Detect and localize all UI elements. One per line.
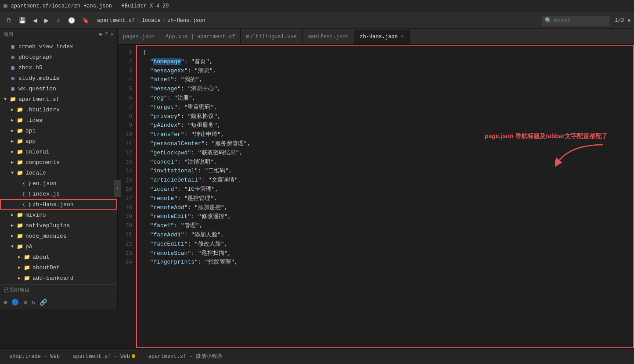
file-tree-item-aboutDet[interactable]: ▶📁aboutDet [0, 262, 117, 273]
tree-arrow[interactable]: ▶ [9, 128, 16, 133]
file-tree-item-en.json[interactable]: { }en.json [0, 178, 117, 189]
file-tree-item-pA[interactable]: ▼📁pA [0, 241, 117, 252]
folder-icon: 📁 [16, 222, 24, 229]
file-tree-item-.idea[interactable]: ▶📁.idea [0, 115, 117, 125]
annotation-area: page.json 导航标题及tabbar文字配置都配了 [485, 132, 608, 167]
tree-arrow[interactable]: ▶ [9, 223, 16, 228]
closed-section: 已关闭项目 [0, 284, 117, 296]
tree-item-label: pA [25, 243, 32, 250]
code-line: "invitational": "二维码", [143, 167, 627, 176]
history-button[interactable]: 🕐 [65, 15, 78, 25]
breadcrumb-file[interactable]: zh-Hans.json [167, 18, 205, 24]
star-button[interactable]: ☆ [53, 15, 64, 25]
tree-arrow[interactable]: ▶ [9, 212, 16, 218]
file-tree-item-about[interactable]: ▶📁about [0, 252, 117, 262]
collapse-all-icon[interactable]: ≡ [105, 31, 108, 38]
add-icon[interactable]: ⊕ [99, 31, 102, 38]
file-icon: ▣ [9, 43, 17, 50]
file-tree: ▣crmeb_view_index▣photograph▣zhcx.h5▣stu… [0, 40, 117, 284]
debug-icon[interactable]: 🔵 [11, 299, 19, 306]
tree-arrow[interactable]: ▶ [9, 139, 16, 144]
tree-arrow[interactable]: ▶ [9, 118, 16, 123]
code-line: "message": "消息中心", [143, 85, 627, 94]
bottom-tab-1[interactable]: apartment.sf - Web [67, 351, 141, 362]
close-sidebar-icon[interactable]: ✕ [111, 31, 114, 38]
bookmark-button[interactable]: 🔖 [79, 15, 92, 25]
tree-item-label: zh-Hans.json [32, 201, 74, 208]
tree-item-label: components [25, 159, 60, 166]
tree-arrow[interactable]: ▼ [2, 97, 9, 102]
file-tree-item-crmeb_view_index[interactable]: ▣crmeb_view_index [0, 41, 117, 52]
back-button[interactable]: ◀ [30, 15, 40, 25]
app-icon: ▣ [4, 2, 7, 10]
file-tree-item-study.mobile[interactable]: ▣study.mobile [0, 73, 117, 83]
tab-label: zh-Hans.json [360, 34, 397, 40]
breadcrumb-root[interactable]: apartment.sf [97, 18, 135, 24]
settings-icon[interactable]: ⚙ [23, 299, 27, 306]
file-tree-item-app[interactable]: ▶📁app [0, 136, 117, 146]
code-body[interactable]: { "homepage": "首页", "messageXx": "消息", "… [136, 45, 634, 348]
link-icon[interactable]: 🔗 [40, 299, 47, 306]
file-tree-item-locale[interactable]: ▼📁locale [0, 168, 117, 178]
tab-close-icon[interactable]: × [400, 34, 404, 40]
tree-arrow[interactable]: ▶ [9, 107, 16, 112]
file-tree-item-zhcx.h5[interactable]: ▣zhcx.h5 [0, 62, 117, 73]
tree-arrow[interactable]: ▶ [16, 275, 23, 281]
file-tree-item-.hbuilderx[interactable]: ▶📁.hbuilderx [0, 104, 117, 115]
line-number: 4 [118, 75, 132, 85]
tree-arrow[interactable]: ▼ [9, 244, 16, 249]
file-tree-item-zh-Hans.json[interactable]: { }zh-Hans.json [0, 199, 117, 210]
folder-icon: 📁 [16, 159, 24, 166]
tree-arrow[interactable]: ▶ [16, 254, 23, 260]
sidebar-title: 项目 [4, 31, 14, 38]
file-tree-item-components[interactable]: ▶📁components [0, 157, 117, 168]
file-tree-item-node_modules[interactable]: ▶📁node_modules [0, 231, 117, 241]
refresh-icon[interactable]: ↻ [32, 299, 35, 306]
folder-icon: 📁 [16, 138, 24, 145]
file-tree-item-api[interactable]: ▶📁api [0, 125, 117, 136]
tree-item-label: mixins [25, 212, 46, 218]
main-area: 项目 ⊕ ≡ ✕ ▣crmeb_view_index▣photograph▣zh… [0, 29, 634, 348]
tree-arrow[interactable]: ▶ [16, 265, 23, 270]
bottom-tab-2[interactable]: apartment.sf - 微信小程序 [143, 350, 228, 362]
line-number: 6 [118, 94, 132, 103]
tree-arrow[interactable]: ▼ [9, 171, 16, 175]
file-tree-item-nativeplugins[interactable]: ▶📁nativeplugins [0, 220, 117, 231]
file-icon: { } [23, 202, 31, 207]
code-line: "remoteScan": "遥控扫描", [143, 249, 627, 258]
search-input[interactable] [554, 18, 606, 24]
file-tree-item-mixins[interactable]: ▶📁mixins [0, 210, 117, 220]
tab-manifest.json[interactable]: manifest.json [303, 29, 355, 45]
new-file-button[interactable]: 🗋 [4, 15, 14, 25]
file-tree-item-add-bankcard[interactable]: ▶📁add-bankcard [0, 273, 117, 283]
tab-multilingual.vue[interactable]: multilingual.vue [241, 29, 302, 45]
closed-section-label: 已关闭项目 [4, 287, 30, 293]
tree-item-label: node_modules [25, 233, 67, 239]
window-title: apartment.sf/locale/zh-Hans.json - HBuil… [11, 3, 169, 9]
add-project-icon[interactable]: ⊕ [4, 299, 7, 306]
page-indicator[interactable]: 1/2 ∨ [615, 17, 630, 24]
tab-pages.json[interactable]: pages.json [118, 29, 160, 45]
file-icon: [ ] [23, 191, 31, 197]
tree-arrow[interactable]: ▶ [9, 160, 16, 165]
file-tree-item-index.js[interactable]: [ ]index.js [0, 189, 117, 199]
tree-item-label: apartment.sf [18, 96, 60, 103]
tab-zh-Hans.json[interactable]: zh-Hans.json× [354, 29, 410, 45]
folder-icon: 📁 [16, 117, 24, 124]
tree-arrow[interactable]: ▶ [9, 233, 16, 239]
file-tree-item-wx.question[interactable]: ▣wx.question [0, 83, 117, 94]
file-icon: ▣ [9, 54, 17, 61]
file-tree-item-apartment.sf[interactable]: ▼📁apartment.sf [0, 94, 117, 104]
file-tree-item-colorui[interactable]: ▶📁colorui [0, 146, 117, 157]
forward-button[interactable]: ▶ [42, 15, 51, 25]
line-number: 3 [118, 67, 132, 76]
tree-arrow[interactable]: ▶ [9, 149, 16, 154]
tab-App.vue[interactable]: App.vue | apartment.sf [160, 29, 241, 45]
bottom-tab-0[interactable]: shop.trade - Web [4, 351, 65, 362]
code-line: "articleDetail": "文章详情", [143, 176, 627, 185]
folder-icon: 📁 [23, 275, 31, 282]
breadcrumb-folder[interactable]: locale [142, 18, 161, 24]
file-tree-item-photograph[interactable]: ▣photograph [0, 52, 117, 62]
sidebar-collapse-handle[interactable]: ‹ [114, 180, 121, 197]
save-button[interactable]: 💾 [16, 15, 29, 25]
